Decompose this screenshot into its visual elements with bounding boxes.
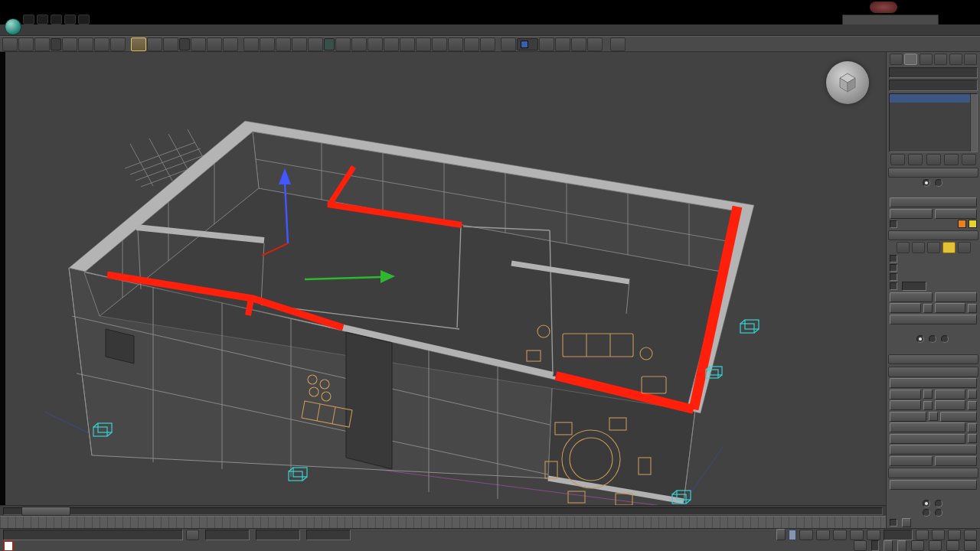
tool-b-button[interactable] [555,37,570,51]
open-icon[interactable] [37,15,48,24]
ignore-backfacing-checkbox[interactable] [890,273,897,281]
edit-triangulation-button[interactable] [890,445,977,455]
zoom-all-icon[interactable] [932,530,945,540]
polygon-subobject-icon[interactable] [942,242,956,253]
use-pivot-center-button[interactable] [191,37,206,51]
extrude-settings-button[interactable] [923,390,933,399]
tab-hierarchy-icon[interactable] [920,54,933,65]
unlink-selection-button[interactable] [18,37,34,51]
preserve-uvs-settings-button[interactable] [902,518,911,527]
track-bar[interactable] [0,516,886,528]
next-frame-button[interactable] [850,530,864,540]
modifier-list-dropdown[interactable] [889,80,978,90]
vertex-subobject-icon[interactable] [897,242,910,253]
modifier-stack[interactable] [889,93,978,152]
cage-selected-color-swatch[interactable] [969,220,977,228]
selection-set-dropdown[interactable] [324,38,335,51]
select-object-button[interactable] [62,37,77,51]
key-mode-dropdown[interactable] [789,530,796,540]
preview-subobj-radio[interactable] [929,335,936,343]
preserve-uvs-checkbox[interactable] [890,519,897,527]
edge-subobject-icon[interactable] [912,242,925,253]
zoom-region-icon[interactable] [964,530,977,540]
get-stack-selection-button[interactable] [890,315,977,324]
tool-e-button[interactable] [610,37,626,51]
tool-d-button[interactable] [587,37,603,51]
element-subobject-icon[interactable] [958,242,971,253]
bridge-button[interactable] [890,412,926,422]
selection-region-button[interactable] [94,37,109,51]
render-production-button[interactable] [480,37,495,51]
hinge-settings-button[interactable] [968,423,977,432]
select-and-manipulate-button[interactable] [207,37,222,51]
tab-modify-icon[interactable] [904,54,917,65]
loop-button[interactable] [935,303,966,313]
outline-button[interactable] [935,390,966,399]
tab-motion-icon[interactable] [934,54,947,65]
select-and-rotate-button[interactable] [147,37,162,51]
constraint-edge-radio[interactable] [935,500,942,507]
bridge-settings-button[interactable] [929,412,938,421]
animate-radio[interactable] [935,179,942,187]
flip-button[interactable] [940,412,977,422]
angle-snap-button[interactable] [260,37,275,51]
settings-button[interactable] [890,209,933,219]
x-coordinate-field[interactable] [205,530,250,540]
z-coordinate-field[interactable] [306,530,351,540]
extrude-button[interactable] [890,390,921,399]
graphite-tools-button[interactable] [384,37,399,51]
orbit-icon[interactable] [929,540,942,551]
time-slider[interactable] [0,505,886,517]
rollout-soft-selection[interactable] [888,354,978,365]
add-time-tag-field[interactable] [871,540,879,551]
select-by-name-button[interactable] [78,37,93,51]
search-input[interactable] [842,15,939,25]
pencil-icon[interactable] [854,540,867,551]
rollout-selection[interactable] [888,230,978,241]
schematic-view-button[interactable] [416,37,431,51]
go-to-end-button[interactable] [867,530,880,540]
rollout-edit-geometry[interactable] [888,468,978,478]
pan-icon[interactable] [911,540,924,551]
preview-off-radio[interactable] [916,335,924,343]
layer-default-dropdown[interactable] [517,38,538,51]
keyboard-override-button[interactable] [223,37,238,51]
transform-lock-icon[interactable] [186,530,199,540]
light-tool-button[interactable] [501,37,516,51]
undo-icon[interactable] [64,15,76,24]
remove-modifier-icon[interactable] [944,154,959,165]
save-icon[interactable] [51,15,62,24]
outline-settings-button[interactable] [968,390,977,399]
current-frame-field[interactable] [884,530,913,540]
bevel-button[interactable] [890,400,921,410]
bevel-settings-button[interactable] [923,401,933,410]
turn-button[interactable] [935,456,978,466]
model-radio[interactable] [923,179,930,187]
layer-manager-button[interactable] [368,37,383,51]
previous-frame-button[interactable] [816,530,830,540]
viewcube[interactable] [826,61,869,104]
repeat-last-button[interactable] [890,480,977,490]
shrink-button[interactable] [890,292,933,302]
application-menu-button[interactable] [5,18,21,35]
scene-canvas[interactable] [0,52,886,505]
cage-color-swatch[interactable] [958,220,966,228]
welcome-window[interactable] [3,540,14,551]
by-angle-checkbox[interactable] [890,282,897,290]
new-icon[interactable] [23,15,34,24]
reference-coordinate-dropdown[interactable] [179,38,190,51]
loop-spinner[interactable] [968,304,977,313]
curve-editor-button[interactable] [400,37,415,51]
layer-name-field[interactable] [889,67,978,78]
select-and-move-button[interactable] [131,37,146,51]
pin-stack-icon[interactable] [890,154,905,165]
align-button[interactable] [351,37,367,51]
mirror-button[interactable] [335,37,351,51]
tool-a-button[interactable] [539,37,554,51]
perspective-viewport[interactable] [0,52,886,505]
render-setup-button[interactable] [448,37,463,51]
ring-spinner[interactable] [923,304,933,313]
bind-to-space-warp-button[interactable] [34,37,50,51]
time-slider-track[interactable] [3,507,883,515]
selection-filter-dropdown[interactable] [51,38,61,51]
